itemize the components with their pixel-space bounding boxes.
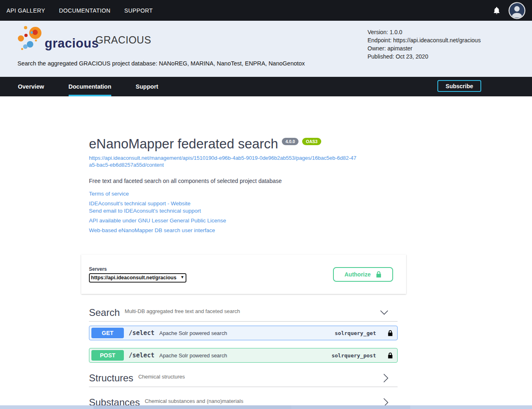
taskbar-segment xyxy=(291,405,410,409)
api-links: Terms of service IDEAconsult's technical… xyxy=(89,190,398,234)
api-version-badge: 4.0.0 xyxy=(282,138,298,145)
api-meta-block: Version: 1.0.0 Endpoint: https://api.ide… xyxy=(368,28,481,61)
gracious-logo-dots-icon xyxy=(17,26,44,52)
api-header: gracious GRACIOUS Version: 1.0.0 Endpoin… xyxy=(0,21,532,77)
authorize-button[interactable]: Authorize xyxy=(333,267,393,282)
operation-summary: Apache Solr powered search xyxy=(159,352,227,359)
section-description: Multi-DB aggregated free text and facete… xyxy=(125,308,240,314)
servers-block: Servers https://api.ideaconsult.net/grac… xyxy=(89,266,186,283)
tab-overview[interactable]: Overview xyxy=(18,77,44,96)
taskbar-edge-strip xyxy=(0,405,532,409)
section-header-structures[interactable]: Structures Chemical structures xyxy=(89,369,398,387)
servers-label: Servers xyxy=(89,266,186,272)
taskbar-segment xyxy=(93,405,291,409)
lock-icon[interactable] xyxy=(387,330,393,337)
meta-owner: Owner: apimaster xyxy=(368,44,481,52)
support-website-link[interactable]: IDEAconsult's technical support - Websit… xyxy=(89,200,398,207)
method-badge-get[interactable]: GET xyxy=(91,328,124,338)
authorize-label: Authorize xyxy=(344,271,371,278)
section-name: Search xyxy=(89,307,120,318)
operation-summary: Apache Solr powered search xyxy=(159,330,227,336)
section-description: Chemical substances and (nano)materials xyxy=(145,398,243,404)
page-title: GRACIOUS xyxy=(95,34,151,46)
spec-url-link[interactable]: https://api.ideaconsult.net/management/a… xyxy=(89,154,357,168)
swagger-content: eNanoMapper federated search 4.0.0 OAS3 … xyxy=(0,96,532,409)
operation-path[interactable]: /select xyxy=(129,329,154,337)
tab-documentation[interactable]: Documentation xyxy=(69,77,112,96)
terms-of-service-link[interactable]: Terms of service xyxy=(89,190,398,198)
api-title-row: eNanoMapper federated search 4.0.0 OAS3 xyxy=(89,136,398,152)
search-ui-link[interactable]: Web-based eNanoMapper DB search user int… xyxy=(89,227,398,234)
operation-id: solrquery_get xyxy=(335,330,376,336)
section-description: Chemical structures xyxy=(138,374,185,380)
meta-version: Version: 1.0.0 xyxy=(368,28,481,36)
section-name: Structures xyxy=(89,372,133,384)
subscribe-button[interactable]: Subscribe xyxy=(437,80,481,92)
user-avatar[interactable] xyxy=(508,2,526,19)
top-nav-api-gallery[interactable]: API GALLERY xyxy=(6,7,45,14)
api-tab-bar: Overview Documentation Support Subscribe xyxy=(0,77,532,96)
operation-path[interactable]: /select xyxy=(129,352,154,359)
top-nav-support[interactable]: SUPPORT xyxy=(124,7,153,14)
meta-published: Published: Oct 23, 2020 xyxy=(368,52,481,61)
top-nav-documentation[interactable]: DOCUMENTATION xyxy=(59,7,110,14)
api-description: Free text and faceted search on all comp… xyxy=(89,178,398,184)
gracious-logo[interactable]: gracious xyxy=(17,26,99,52)
license-link[interactable]: API available under GNU Lesser General P… xyxy=(89,217,398,224)
chevron-right-icon[interactable] xyxy=(383,373,389,383)
gracious-logo-text: gracious xyxy=(45,36,99,51)
tab-support[interactable]: Support xyxy=(136,77,158,96)
servers-scheme-container: Servers https://api.ideaconsult.net/grac… xyxy=(81,255,406,294)
oas3-badge: OAS3 xyxy=(302,138,321,145)
operation-row-post-select[interactable]: POST /select Apache Solr powered search … xyxy=(89,348,398,363)
operation-row-get-select[interactable]: GET /select Apache Solr powered search s… xyxy=(89,326,398,340)
chevron-down-icon[interactable] xyxy=(380,310,389,315)
method-badge-post[interactable]: POST xyxy=(91,350,124,361)
api-tagline: Search the aggregated GRACIOUS project d… xyxy=(17,60,305,67)
server-select[interactable]: https://api.ideaconsult.net/gracious xyxy=(89,273,186,283)
operation-id: solrquery_post xyxy=(331,352,376,359)
meta-endpoint: Endpoint: https://api.ideaconsult.net/gr… xyxy=(368,36,481,44)
support-email-link[interactable]: Send email to IDEAconsult's technical su… xyxy=(89,207,398,215)
api-title: eNanoMapper federated search xyxy=(89,136,278,152)
lock-icon[interactable] xyxy=(387,352,393,359)
section-header-search[interactable]: Search Multi-DB aggregated free text and… xyxy=(89,304,398,322)
top-navigation-bar: API GALLERY DOCUMENTATION SUPPORT xyxy=(0,0,532,21)
notifications-bell-icon[interactable] xyxy=(492,6,501,15)
lock-icon xyxy=(376,271,382,278)
